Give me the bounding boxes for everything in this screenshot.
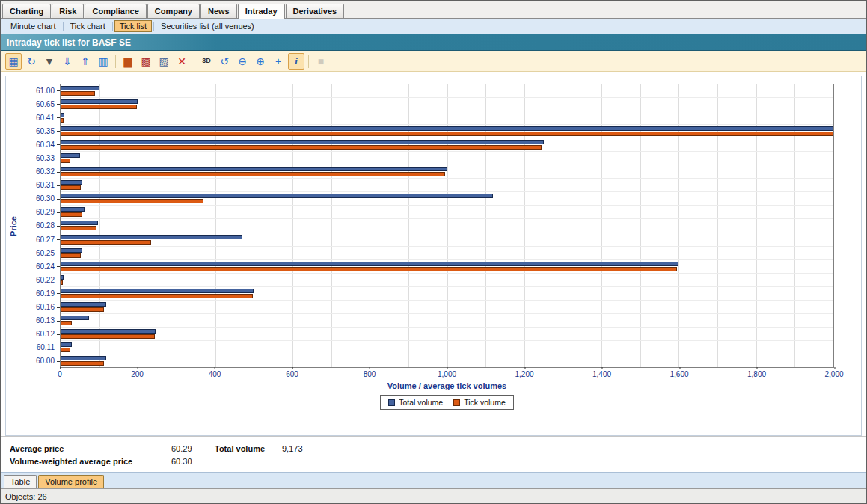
tick-volume-bar[interactable]: [61, 253, 81, 258]
total-volume-bar[interactable]: [61, 221, 98, 225]
tick-volume-bar[interactable]: [61, 159, 70, 163]
total-volume-bar[interactable]: [61, 342, 72, 347]
total-volume-bar[interactable]: [61, 140, 544, 144]
tick-volume-bar[interactable]: [61, 307, 104, 312]
tick-volume-bar[interactable]: [61, 321, 72, 325]
tick-volume-bar[interactable]: [61, 118, 64, 123]
sort-descending-icon[interactable]: ⇓: [59, 53, 76, 70]
total-volume-bar[interactable]: [61, 113, 64, 117]
tick-volume-bar[interactable]: [61, 212, 82, 217]
y-tick-label: 60.25: [21, 246, 60, 259]
price-row-60.22: [61, 274, 833, 287]
sub-tab-tick-chart[interactable]: Tick chart: [65, 20, 111, 32]
y-tick-label: 60.22: [21, 273, 60, 286]
tick-volume-bar[interactable]: [61, 132, 833, 136]
total-volume-bar[interactable]: [61, 235, 242, 239]
y-tick-label: 60.30: [21, 192, 60, 206]
total-volume-bar[interactable]: [61, 302, 106, 307]
total-volume-bar[interactable]: [61, 86, 99, 90]
bottom-tab-volume-profile[interactable]: Volume profile: [38, 475, 104, 488]
y-tick-label: 60.00: [21, 354, 60, 368]
tick-volume-swatch: [453, 399, 460, 406]
menu-tab-compliance[interactable]: Compliance: [85, 4, 146, 18]
total-volume-bar[interactable]: [61, 248, 82, 253]
summary-grid: Average price60.29Total volume9,173Volum…: [10, 444, 866, 466]
price-row-60.29: [61, 206, 833, 219]
info-icon[interactable]: i: [288, 53, 304, 70]
summary-value-volume-weighted-average-price-1: 60.30: [171, 457, 215, 466]
refresh-icon[interactable]: ↻: [23, 53, 40, 70]
sort-ascending-icon[interactable]: ⇑: [77, 53, 94, 70]
sub-tab-securities-list-all-venues[interactable]: Securities list (all venues): [156, 20, 260, 32]
total-volume-bar[interactable]: [61, 180, 82, 185]
tick-volume-bar[interactable]: [61, 348, 70, 352]
y-axis-title: Price: [9, 216, 18, 236]
tick-volume-bar[interactable]: [61, 267, 677, 271]
tick-volume-bar[interactable]: [61, 145, 542, 150]
x-axis-tick-labels: 02004006008001,0001,2001,4001,6001,8002,…: [60, 368, 834, 380]
tick-volume-bar[interactable]: [61, 240, 151, 245]
total-volume-bar[interactable]: [61, 153, 80, 158]
y-tick-label: 60.27: [21, 233, 60, 246]
price-row-60.34: [61, 138, 833, 152]
x-tick-label: 1,200: [515, 370, 533, 378]
menu-tab-charting[interactable]: Charting: [2, 4, 51, 18]
sub-tab-tick-list[interactable]: Tick list: [114, 20, 152, 32]
menu-tab-news[interactable]: News: [200, 4, 237, 18]
sub-tab-divider: [112, 22, 113, 31]
menu-tab-intraday[interactable]: Intraday: [238, 4, 285, 19]
total-volume-bar[interactable]: [61, 262, 678, 266]
menu-tab-risk[interactable]: Risk: [52, 4, 84, 18]
application-window: ChartingRiskComplianceCompanyNewsIntrada…: [0, 0, 867, 504]
status-bar: Objects: 26: [1, 488, 866, 503]
tick-volume-bar[interactable]: [61, 172, 445, 176]
chart-gallery-icon[interactable]: ▦: [5, 53, 22, 70]
tick-volume-bar[interactable]: [61, 105, 137, 109]
bottom-tab-table[interactable]: Table: [4, 475, 37, 488]
summary-label-volume-weighted-average-price-0: Volume-weighted average price: [10, 457, 171, 466]
tick-volume-bar[interactable]: [61, 334, 155, 339]
tick-volume-bar[interactable]: [61, 91, 95, 96]
total-volume-bar[interactable]: [61, 275, 64, 280]
delete-icon[interactable]: ✕: [174, 53, 190, 70]
price-row-60.24: [61, 260, 833, 274]
menu-tab-company[interactable]: Company: [147, 4, 200, 18]
total-volume-bar[interactable]: [61, 329, 156, 334]
rotate-icon[interactable]: ↺: [216, 53, 233, 70]
statistics-icon[interactable]: ▥: [95, 53, 111, 70]
total-volume-bar[interactable]: [61, 167, 447, 171]
price-row-60.31: [61, 179, 833, 192]
price-row-60.12: [61, 328, 833, 341]
bar-chart-icon[interactable]: ▆: [120, 53, 136, 70]
zoom-in-icon[interactable]: ⊕: [252, 53, 269, 70]
plot-right-margin: [834, 84, 861, 368]
y-tick-label: 60.24: [21, 259, 60, 273]
toolbar-separator: [194, 55, 194, 68]
total-volume-bar[interactable]: [61, 126, 833, 131]
price-row-60.11: [61, 341, 833, 354]
remove-chart-icon[interactable]: ▩: [138, 53, 154, 70]
tick-volume-bar[interactable]: [61, 361, 104, 366]
zoom-out-icon[interactable]: ⊖: [234, 53, 251, 70]
export-image-icon[interactable]: ▨: [156, 53, 172, 70]
total-volume-bar[interactable]: [61, 316, 89, 320]
price-row-60.32: [61, 165, 833, 179]
y-tick-label: 60.32: [21, 165, 60, 179]
sub-tab-minute-chart[interactable]: Minute chart: [5, 20, 61, 32]
total-volume-bar[interactable]: [61, 356, 106, 360]
crosshair-icon[interactable]: +: [270, 53, 287, 70]
total-volume-bar[interactable]: [61, 99, 138, 104]
x-tick-label: 1,600: [670, 370, 688, 378]
total-volume-bar[interactable]: [61, 207, 85, 212]
tick-volume-bar[interactable]: [61, 199, 203, 203]
tick-volume-bar[interactable]: [61, 226, 96, 230]
legend-label: Total volume: [399, 398, 443, 407]
total-volume-bar[interactable]: [61, 289, 254, 293]
filter-icon[interactable]: ▼: [41, 53, 58, 70]
3d-icon[interactable]: 3D: [198, 53, 215, 70]
menu-tab-derivatives[interactable]: Derivatives: [286, 4, 345, 18]
tick-volume-bar[interactable]: [61, 280, 63, 285]
tick-volume-bar[interactable]: [61, 294, 253, 298]
tick-volume-bar[interactable]: [61, 185, 81, 190]
total-volume-bar[interactable]: [61, 194, 493, 198]
